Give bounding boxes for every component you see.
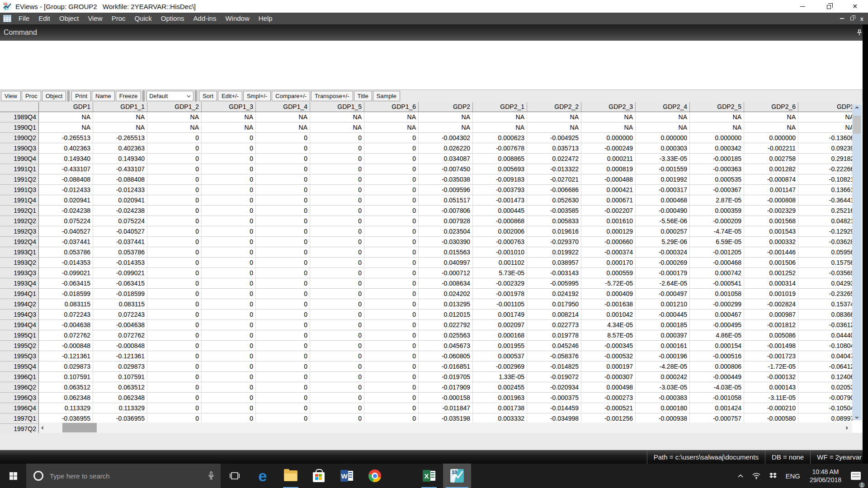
cell[interactable]: 0.001042 — [581, 310, 636, 320]
cell[interactable]: 0 — [364, 206, 419, 216]
cell[interactable]: 0 — [310, 164, 364, 174]
cell[interactable]: -0.014825 — [527, 361, 581, 372]
cell[interactable]: 0.002006 — [473, 226, 527, 237]
menu-view[interactable]: View — [83, 13, 107, 24]
cell[interactable]: 0.053786 — [93, 247, 147, 258]
cell[interactable]: 0 — [364, 351, 419, 361]
cell[interactable]: 0 — [256, 154, 310, 164]
format-combobox[interactable]: Default — [146, 91, 193, 101]
cell[interactable]: 0 — [147, 174, 202, 185]
row-header-1989q4[interactable]: 1989Q4 — [0, 112, 39, 122]
cell[interactable]: 0 — [256, 164, 310, 174]
row-header-1995q3[interactable]: 1995Q3 — [0, 351, 39, 361]
cell[interactable]: -0.019705 — [419, 372, 473, 382]
cell[interactable]: -0.000488 — [581, 174, 636, 185]
cell[interactable]: 0.001506 — [744, 258, 798, 268]
cell[interactable]: 0 — [256, 237, 310, 247]
cell[interactable]: -0.003793 — [473, 185, 527, 195]
cell[interactable]: NA — [39, 112, 93, 122]
cell[interactable]: 0.001147 — [744, 185, 798, 195]
cell[interactable]: -0.001205 — [690, 247, 744, 258]
row-header-1993q3[interactable]: 1993Q3 — [0, 268, 39, 278]
cell[interactable]: 0.000987 — [744, 310, 798, 320]
cell[interactable]: 0.000342 — [690, 143, 744, 154]
cell[interactable]: 0.026220 — [419, 143, 473, 154]
minimize-button[interactable] — [789, 0, 816, 13]
cell[interactable]: 0.13661 — [798, 185, 852, 195]
cell[interactable]: -0.002824 — [744, 299, 798, 310]
cell[interactable]: 0.29182 — [798, 154, 852, 164]
row-header-1991q4[interactable]: 1991Q4 — [0, 195, 39, 206]
cell[interactable]: 2.87E-05 — [690, 195, 744, 206]
cell[interactable]: 0.001738 — [473, 403, 527, 413]
cell[interactable]: 0.000445 — [473, 206, 527, 216]
cell[interactable]: -0.040527 — [39, 226, 93, 237]
cell[interactable]: 0.001992 — [636, 174, 690, 185]
cell[interactable]: 0.000559 — [581, 268, 636, 278]
cell[interactable]: -4.74E-05 — [690, 226, 744, 237]
cell[interactable]: 0.053786 — [39, 247, 93, 258]
cell[interactable]: 0.149340 — [93, 154, 147, 164]
cell[interactable]: 0.15756 — [798, 258, 852, 268]
cell[interactable]: NA — [202, 112, 256, 122]
toolbar-button-sample[interactable]: Sample — [373, 91, 400, 101]
menu-quick[interactable]: Quick — [130, 13, 156, 24]
cell[interactable]: 0.402363 — [93, 143, 147, 154]
cell[interactable]: 0 — [364, 310, 419, 320]
column-header-gdp1_1[interactable]: GDP1_1 — [93, 102, 147, 112]
cell[interactable]: 0 — [310, 361, 364, 372]
cell[interactable]: -0.020934 — [527, 382, 581, 393]
cell[interactable]: 0.019922 — [527, 247, 581, 258]
cell[interactable]: 0 — [202, 185, 256, 195]
cell[interactable]: 0.000143 — [744, 382, 798, 393]
cell[interactable]: -0.000273 — [581, 393, 636, 403]
cell[interactable]: 0.000185 — [636, 320, 690, 330]
cell[interactable]: -0.003143 — [527, 268, 581, 278]
cell[interactable]: 0 — [364, 289, 419, 299]
cell[interactable]: -0.014459 — [527, 403, 581, 413]
cell[interactable]: -0.014353 — [93, 258, 147, 268]
cell[interactable]: NA — [527, 112, 581, 122]
cell[interactable]: 0 — [147, 289, 202, 299]
cell[interactable]: 0.083115 — [39, 299, 93, 310]
cell[interactable]: 0.000671 — [581, 195, 636, 206]
cell[interactable]: -0.433107 — [39, 164, 93, 174]
cell[interactable]: 0.024202 — [419, 289, 473, 299]
cell[interactable]: 0.04821 — [798, 216, 852, 226]
column-header-gdp1_6[interactable]: GDP1_6 — [364, 102, 419, 112]
menu-proc[interactable]: Proc — [107, 13, 130, 24]
cell[interactable]: NA — [419, 112, 473, 122]
cell[interactable]: 0.063512 — [93, 382, 147, 393]
column-header-gdp2_4[interactable]: GDP2_4 — [636, 102, 690, 112]
cell[interactable]: 0 — [364, 154, 419, 164]
cell[interactable]: -0.012433 — [39, 185, 93, 195]
vertical-scrollbar[interactable]: ⌃ ⌃ — [852, 105, 862, 420]
cell[interactable]: NA — [93, 122, 147, 133]
scroll-left-icon[interactable]: ⌃ — [40, 422, 49, 433]
cell[interactable]: -0.004925 — [527, 133, 581, 143]
column-header-gdp2_1[interactable]: GDP2_1 — [473, 102, 527, 112]
cell[interactable]: 0 — [147, 330, 202, 341]
cell[interactable]: -0.000367 — [690, 185, 744, 195]
cell[interactable]: 0.012015 — [419, 310, 473, 320]
cell[interactable]: 0.001749 — [473, 310, 527, 320]
cell[interactable]: 0 — [147, 185, 202, 195]
cell[interactable]: 0 — [310, 174, 364, 185]
scroll-down-icon[interactable]: ⌃ — [852, 411, 862, 420]
toolbar-button-compare[interactable]: Compare+/- — [272, 91, 310, 101]
cell[interactable]: 0 — [364, 258, 419, 268]
cell[interactable]: -0.000874 — [744, 174, 798, 185]
cell[interactable]: 0 — [310, 403, 364, 413]
cell[interactable]: 0 — [202, 237, 256, 247]
cell[interactable]: 0 — [364, 216, 419, 226]
cell[interactable]: 0 — [256, 278, 310, 289]
cell[interactable]: 0 — [310, 372, 364, 382]
cell[interactable]: -0.10821 — [798, 174, 852, 185]
cell[interactable]: 0 — [202, 164, 256, 174]
cell[interactable]: 0.113329 — [93, 403, 147, 413]
cell[interactable]: 0.045673 — [419, 341, 473, 351]
cell[interactable]: 0.029873 — [93, 361, 147, 372]
cell[interactable]: 0.000397 — [636, 330, 690, 341]
cell[interactable]: 0.001252 — [744, 268, 798, 278]
cell[interactable]: 0 — [256, 299, 310, 310]
